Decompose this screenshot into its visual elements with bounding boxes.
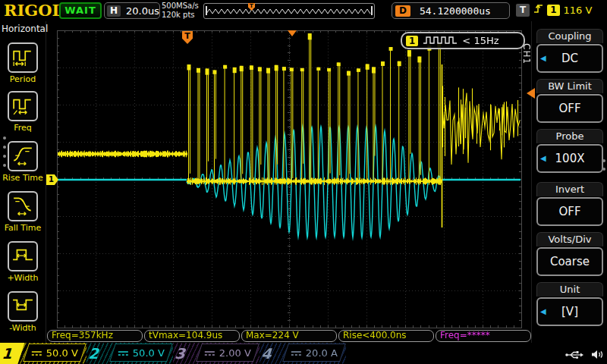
waveform-preview-strip[interactable]: T <box>203 3 375 19</box>
dc-coupling-icon <box>31 346 42 360</box>
menu-page-dot <box>3 155 6 158</box>
trigger-level-value: 116 V <box>564 5 593 16</box>
horizontal-scale-badge: H 20.0us <box>104 2 160 19</box>
measure-neg-width-button[interactable] <box>8 291 38 322</box>
probe-value-button[interactable]: ◀ 100X <box>536 144 603 173</box>
dc-coupling-icon <box>291 346 302 360</box>
horizontal-center-marker[interactable] <box>288 30 297 41</box>
usb-icon <box>565 348 584 362</box>
volts-div-value-button[interactable]: Coarse <box>536 247 603 276</box>
trigger-status-group: T 1 116 V <box>516 2 592 17</box>
fall-time-label: Fall Time <box>0 223 46 233</box>
coupling-value-button[interactable]: ◀ DC <box>536 44 603 73</box>
left-menu-title: Horizontal <box>0 21 46 34</box>
horizontal-scale-value: 20.0us <box>126 5 159 17</box>
measure-pos-width-button[interactable] <box>8 241 38 271</box>
fall-time-icon <box>12 194 33 218</box>
menu-page-dot <box>3 146 6 149</box>
freq-icon <box>12 94 33 118</box>
trigger-source-badge: 1 <box>547 5 559 16</box>
trigger-level-marker[interactable] <box>521 88 535 99</box>
coupling-label: Coupling <box>536 29 603 43</box>
menu-page-dot <box>3 164 6 167</box>
measurement-results-bar: Freq=357kHz tVmax=104.9us Max=224 V Rise… <box>47 330 531 342</box>
softkey-volts-div[interactable]: Volts/Div Coarse <box>536 232 603 276</box>
option-arrow-icon: ◀ <box>540 146 546 171</box>
unit-value: [V] <box>561 305 578 318</box>
channel-menu-tab[interactable]: CH1 <box>521 43 532 64</box>
softkey-coupling[interactable]: Coupling ◀ DC <box>536 29 603 73</box>
minus-width-icon <box>12 294 33 318</box>
channel-2-status[interactable]: 2 50.0 V <box>86 343 173 364</box>
dc-coupling-icon <box>118 346 129 360</box>
softkey-invert[interactable]: Invert OFF <box>536 182 603 226</box>
channel-1-scale: 50.0 V <box>46 347 78 359</box>
bw-limit-value: OFF <box>558 102 580 115</box>
measurement-rise: Rise<400.0ns <box>338 330 434 342</box>
bw-limit-value-button[interactable]: OFF <box>536 94 603 123</box>
delay-value: 54.1200000us <box>420 5 491 17</box>
sample-rate: 500MSa/s <box>162 2 199 11</box>
frequency-counter-badge: 1 < 15Hz <box>401 32 525 49</box>
preview-window-left-bracket <box>206 6 207 15</box>
beeper-icon <box>591 348 603 362</box>
delay-label: D <box>395 5 410 17</box>
rise-time-icon <box>12 144 33 168</box>
channel-2-scale: 50.0 V <box>133 347 165 359</box>
measurement-freq: Freq=357kHz <box>47 330 143 342</box>
measurement-max: Max=224 V <box>241 330 337 342</box>
period-icon <box>12 46 33 70</box>
volts-div-value: Coarse <box>550 255 590 268</box>
softkey-unit[interactable]: Unit ◀ [V] <box>536 282 603 326</box>
measurement-freq2: Freq=***** <box>436 330 531 342</box>
option-arrow-icon: ◀ <box>540 46 546 71</box>
invert-value-button[interactable]: OFF <box>536 197 603 226</box>
horizontal-label: H <box>107 5 121 17</box>
top-status-bar: RIGOL WAIT H 20.0us 500MSa/s 120k pts T … <box>0 0 607 21</box>
preview-waveform <box>204 4 373 17</box>
softkey-probe[interactable]: Probe ◀ 100X <box>536 129 603 173</box>
unit-label: Unit <box>536 282 603 297</box>
volts-div-label: Volts/Div <box>536 232 603 246</box>
option-arrow-icon: ◀ <box>540 299 546 325</box>
minus-width-label: -Width <box>0 323 46 333</box>
measure-period-button[interactable] <box>8 42 38 73</box>
unit-value-button[interactable]: ◀ [V] <box>536 297 603 326</box>
channel-1-scale-box: 50.0 V <box>23 344 86 362</box>
freq-counter-channel: 1 <box>406 36 418 46</box>
freq-label: Freq <box>0 123 46 133</box>
probe-label: Probe <box>536 129 603 143</box>
acquisition-info: 500MSa/s 120k pts <box>162 2 199 20</box>
channel-3-status[interactable]: 3 2.00 V <box>173 343 259 364</box>
rigol-logo: RIGOL <box>4 1 63 20</box>
measurement-tvmax: tVmax=104.9us <box>144 330 240 342</box>
channel-4-status[interactable]: 4 20.0 A <box>259 343 346 364</box>
waveform-display <box>46 21 533 332</box>
plus-width-icon <box>12 244 33 268</box>
trigger-label: T <box>516 4 530 17</box>
measure-rise-time-button[interactable] <box>8 141 38 171</box>
channel-status-bar: 1 50.0 V 2 <box>0 343 607 364</box>
coupling-value: DC <box>561 52 578 65</box>
dc-coupling-icon <box>204 346 215 360</box>
freq-counter-value: < 15Hz <box>462 35 498 46</box>
bw-limit-label: BW Limit <box>536 79 603 93</box>
softkey-bw-limit[interactable]: BW Limit OFF <box>536 79 603 123</box>
rise-time-label: Rise Time <box>0 173 46 183</box>
menu-page-dot <box>602 168 605 171</box>
memory-depth: 120k pts <box>162 11 199 20</box>
run-state-badge: WAIT <box>59 2 102 19</box>
oscilloscope-screen: RIGOL WAIT H 20.0us 500MSa/s 120k pts T … <box>0 0 607 364</box>
channel-4-scale: 20.0 A <box>306 347 338 359</box>
invert-label: Invert <box>536 182 603 196</box>
measure-fall-time-button[interactable] <box>8 191 38 221</box>
channel-4-scale-box: 20.0 A <box>282 344 346 362</box>
channel-1-status[interactable]: 1 50.0 V <box>0 343 86 364</box>
channel-settings-menu: Coupling ◀ DC BW Limit OFF Probe ◀ 100X … <box>531 21 607 343</box>
period-label: Period <box>0 74 46 84</box>
measure-freq-button[interactable] <box>8 91 38 121</box>
preview-window-right-bracket <box>371 6 373 15</box>
channel-3-scale: 2.00 V <box>219 347 251 359</box>
channel-2-scale-box: 50.0 V <box>109 344 173 362</box>
invert-value: OFF <box>558 205 580 218</box>
